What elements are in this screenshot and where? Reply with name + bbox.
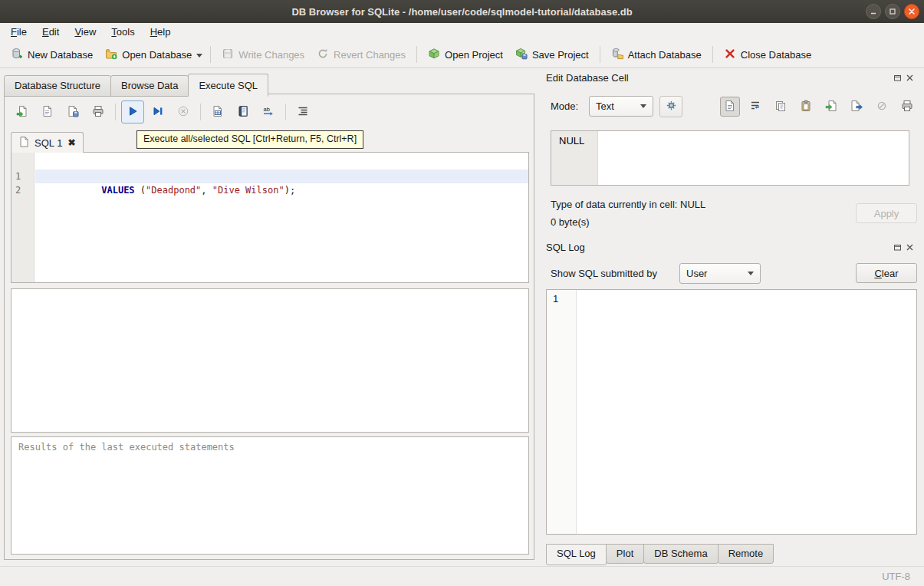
open-sql-file-icon bbox=[16, 105, 28, 120]
toolbar-separator bbox=[210, 46, 211, 63]
menu-file[interactable]: File bbox=[3, 23, 35, 41]
write-changes-icon bbox=[222, 48, 234, 62]
revert-changes-button: Revert Changes bbox=[311, 44, 412, 65]
open-database-dropdown-arrow[interactable] bbox=[196, 54, 202, 58]
new-database-label: New Database bbox=[28, 49, 93, 61]
apply-button: Apply bbox=[856, 203, 917, 223]
save-project-icon bbox=[515, 48, 528, 62]
text-mode-icon bbox=[724, 100, 736, 114]
menu-edit[interactable]: Edit bbox=[35, 23, 67, 41]
close-dock-icon[interactable] bbox=[906, 243, 914, 252]
float-dock-icon[interactable] bbox=[893, 243, 902, 252]
close-dock-icon[interactable] bbox=[906, 74, 914, 82]
line-number: 1 bbox=[15, 170, 31, 183]
menu-view[interactable]: View bbox=[67, 23, 104, 41]
open-sql-file-button[interactable] bbox=[11, 100, 34, 123]
cell-size-info: 0 byte(s) bbox=[551, 216, 590, 228]
save-results-button[interactable] bbox=[206, 100, 229, 123]
text-mode-button[interactable] bbox=[720, 97, 740, 117]
menu-tools[interactable]: Tools bbox=[104, 23, 142, 41]
tooltip: Execute all/selected SQL [Ctrl+Return, F… bbox=[136, 130, 363, 149]
execute-line-button[interactable] bbox=[146, 100, 169, 123]
float-dock-icon[interactable] bbox=[893, 74, 902, 82]
close-database-label: Close Database bbox=[741, 49, 812, 61]
revert-changes-icon bbox=[317, 48, 329, 62]
close-icon bbox=[908, 8, 916, 15]
cell-editor[interactable]: NULL bbox=[551, 130, 909, 186]
open-database-label: Open Database bbox=[122, 49, 192, 61]
clear-button-label: Clear bbox=[874, 268, 898, 279]
save-sql-file-icon bbox=[41, 105, 54, 120]
export-button[interactable] bbox=[232, 100, 255, 123]
find-replace-button[interactable]: ab bbox=[257, 100, 280, 123]
dock-tab-remote[interactable]: Remote bbox=[718, 544, 774, 564]
open-database-icon bbox=[105, 48, 117, 62]
export-data-button[interactable] bbox=[847, 97, 866, 117]
maximize-button[interactable] bbox=[885, 4, 900, 19]
chevron-down-icon bbox=[640, 104, 646, 108]
chevron-down-icon bbox=[748, 272, 754, 275]
dock-tab-sql-log[interactable]: SQL Log bbox=[546, 544, 607, 565]
submitted-by-select[interactable]: User bbox=[679, 263, 761, 284]
open-project-label: Open Project bbox=[445, 49, 503, 61]
minimize-icon bbox=[870, 8, 877, 15]
app-window: DB Browser for SQLite - /home/user/code/… bbox=[0, 0, 924, 586]
export-icon bbox=[237, 105, 249, 120]
tab-execute-sql[interactable]: Execute SQL bbox=[188, 74, 268, 97]
set-null-button bbox=[872, 97, 892, 117]
sql-log-area[interactable]: 1 bbox=[546, 289, 917, 535]
cell-type-info: Type of data currently in cell: NULL bbox=[551, 199, 705, 210]
clear-button[interactable]: Clear bbox=[856, 263, 917, 283]
mode-select-value: Text bbox=[596, 100, 614, 112]
save-sql-as-button[interactable] bbox=[61, 100, 84, 123]
code-line-2: 2VALUES ("Deadpond", "Dive Wilson"); bbox=[35, 170, 528, 183]
tab-browse-data[interactable]: Browse Data bbox=[110, 75, 189, 97]
execute-line-icon bbox=[152, 105, 164, 120]
write-changes-button: Write Changes bbox=[215, 44, 311, 65]
save-project-button[interactable]: Save Project bbox=[509, 44, 595, 65]
sql-toolbar-separator bbox=[285, 104, 286, 120]
save-results-icon bbox=[212, 105, 224, 120]
dock-tab-bar: SQL Log Plot DB Schema Remote bbox=[546, 544, 773, 565]
mode-select[interactable]: Text bbox=[589, 96, 653, 117]
import-data-button[interactable] bbox=[821, 97, 841, 117]
paste-cell-button[interactable] bbox=[796, 97, 816, 117]
window-title: DB Browser for SQLite - /home/user/code/… bbox=[291, 6, 632, 18]
close-database-button[interactable]: Close Database bbox=[718, 44, 818, 65]
cell-toolbar bbox=[720, 97, 917, 117]
sql-document-tab-label: SQL 1 bbox=[35, 137, 62, 149]
find-replace-icon: ab bbox=[262, 105, 275, 120]
menu-help[interactable]: Help bbox=[143, 23, 179, 41]
minimize-button[interactable] bbox=[866, 4, 881, 19]
auto-format-button[interactable] bbox=[659, 96, 682, 117]
print-sql-button[interactable] bbox=[87, 100, 110, 123]
sql-document-tab[interactable]: SQL 1 ✖ bbox=[11, 132, 84, 153]
close-button[interactable] bbox=[904, 4, 919, 19]
execute-sql-panel: ab SQL 1 ✖ 1INSERT INTO "hero" ("n bbox=[4, 94, 534, 560]
print-cell-button[interactable] bbox=[897, 97, 917, 117]
open-project-button[interactable]: Open Project bbox=[422, 44, 509, 65]
tab-database-structure[interactable]: Database Structure bbox=[4, 75, 111, 97]
sql-toolbar-separator bbox=[200, 104, 201, 120]
attach-database-button[interactable]: Attach Database bbox=[605, 44, 708, 65]
cell-mode-row: Mode: Text bbox=[551, 96, 917, 119]
attach-database-icon bbox=[611, 48, 623, 62]
copy-cell-button[interactable] bbox=[771, 97, 791, 117]
word-wrap-button[interactable] bbox=[745, 97, 765, 117]
new-database-button[interactable]: New Database bbox=[5, 44, 99, 65]
dock-tab-db-schema[interactable]: DB Schema bbox=[643, 544, 718, 564]
toolbar-separator bbox=[600, 46, 600, 63]
open-database-button[interactable]: Open Database bbox=[99, 44, 198, 65]
format-sql-button[interactable] bbox=[291, 100, 314, 123]
sql-editor[interactable]: 1INSERT INTO "hero" ("name", "secret_nam… bbox=[11, 152, 529, 283]
titlebar: DB Browser for SQLite - /home/user/code/… bbox=[0, 0, 924, 23]
save-sql-file-button[interactable] bbox=[36, 100, 59, 123]
window-controls bbox=[866, 4, 919, 19]
dock-tab-plot[interactable]: Plot bbox=[606, 544, 644, 564]
stop-icon bbox=[177, 105, 189, 120]
close-sql-tab-icon[interactable]: ✖ bbox=[67, 137, 75, 148]
paste-cell-icon bbox=[800, 100, 812, 114]
save-project-label: Save Project bbox=[532, 49, 589, 61]
sql-document-icon bbox=[19, 137, 29, 150]
execute-all-button[interactable] bbox=[121, 100, 144, 123]
